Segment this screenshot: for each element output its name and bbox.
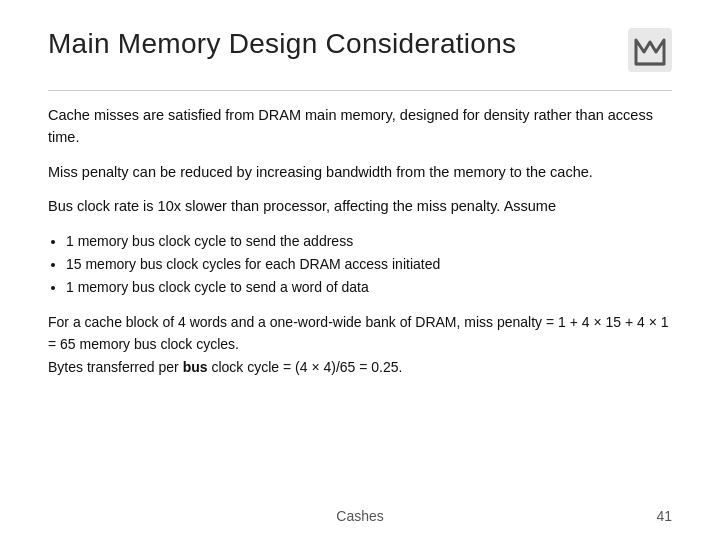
header-divider [48, 90, 672, 91]
math-block: For a cache block of 4 words and a one-w… [48, 311, 672, 378]
slide-content: Cache misses are satisfied from DRAM mai… [48, 105, 672, 378]
university-logo-icon [628, 28, 672, 72]
math-line-2: Bytes transferred per bus clock cycle = … [48, 356, 672, 378]
paragraph-1: Cache misses are satisfied from DRAM mai… [48, 105, 672, 149]
slide-footer: Cashes 41 [0, 508, 720, 524]
page-number: 41 [656, 508, 672, 524]
slide-header: Main Memory Design Considerations [48, 28, 672, 72]
bullet-list: 1 memory bus clock cycle to send the add… [66, 231, 672, 298]
math-line-1: For a cache block of 4 words and a one-w… [48, 311, 672, 356]
paragraph-2: Miss penalty can be reduced by increasin… [48, 162, 672, 184]
slide-title: Main Memory Design Considerations [48, 28, 516, 60]
bullet-item-3: 1 memory bus clock cycle to send a word … [66, 277, 672, 298]
footer-label: Cashes [336, 508, 383, 524]
bullet-item-1: 1 memory bus clock cycle to send the add… [66, 231, 672, 252]
slide: Main Memory Design Considerations Cache … [0, 0, 720, 540]
paragraph-3: Bus clock rate is 10x slower than proces… [48, 196, 672, 218]
bullet-item-2: 15 memory bus clock cycles for each DRAM… [66, 254, 672, 275]
